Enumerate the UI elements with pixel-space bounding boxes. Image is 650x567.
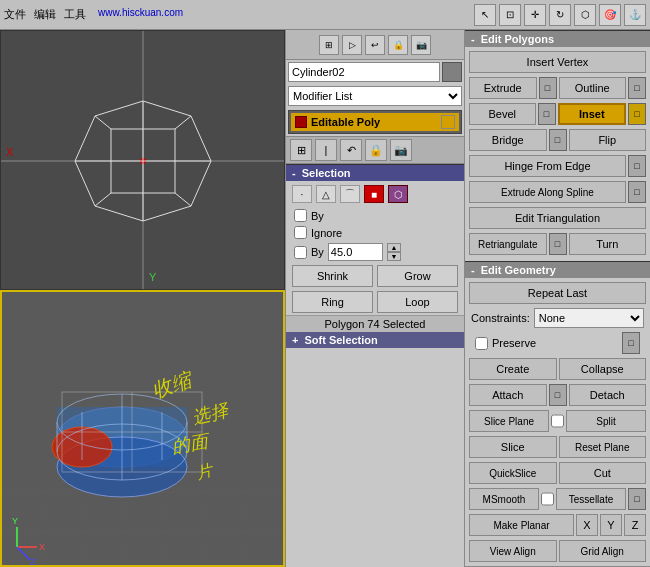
shrink-button[interactable]: Shrink <box>292 265 373 287</box>
outline-settings-btn[interactable]: □ <box>628 77 646 99</box>
nav-icon-1[interactable]: ⊞ <box>319 35 339 55</box>
bridge-btn[interactable]: Bridge <box>469 129 547 151</box>
nav-icon-5[interactable]: 📷 <box>411 35 431 55</box>
ep-title: Edit Polygons <box>481 33 554 45</box>
bevel-btn[interactable]: Bevel <box>469 103 536 125</box>
eg-minus[interactable]: - <box>471 264 475 276</box>
sel-icon-edge[interactable]: △ <box>316 185 336 203</box>
by-value-input[interactable] <box>328 243 383 261</box>
slice-plane-btn[interactable]: Slice Plane <box>469 410 549 432</box>
reset-plane-btn[interactable]: Reset Plane <box>559 436 647 458</box>
url-display: www.hisckuan.com <box>98 7 183 22</box>
y-btn[interactable]: Y <box>600 514 622 536</box>
bridge-settings-btn[interactable]: □ <box>549 129 567 151</box>
modifier-color-swatch[interactable] <box>441 115 455 129</box>
nav-icon-4[interactable]: 🔒 <box>388 35 408 55</box>
section-minus[interactable]: - <box>292 167 296 179</box>
by-value-spinner[interactable]: ▲ ▼ <box>387 243 401 261</box>
outline-btn[interactable]: Outline <box>559 77 627 99</box>
edit-triangulation-btn[interactable]: Edit Triangulation <box>469 207 646 229</box>
attach-settings-btn[interactable]: □ <box>549 384 567 406</box>
split-checkbox[interactable] <box>551 410 564 432</box>
toolbar-icon-ref[interactable]: 🎯 <box>599 4 621 26</box>
bevel-settings-btn[interactable]: □ <box>538 103 556 125</box>
viewport-top[interactable]: X Y <box>0 30 285 290</box>
object-color-swatch[interactable] <box>442 62 462 82</box>
slice-reset-row: Slice Reset Plane <box>467 434 648 460</box>
ignore-checkbox[interactable] <box>294 226 307 239</box>
extrude-spline-btn[interactable]: Extrude Along Spline <box>469 181 626 203</box>
quickslice-btn[interactable]: QuickSlice <box>469 462 557 484</box>
ep-minus[interactable]: - <box>471 33 475 45</box>
soft-expand-icon[interactable]: + <box>292 334 298 346</box>
grow-button[interactable]: Grow <box>377 265 458 287</box>
flip-btn[interactable]: Flip <box>569 129 647 151</box>
tess-settings-btn[interactable]: □ <box>628 488 646 510</box>
vc-btn-5[interactable]: 📷 <box>390 139 412 161</box>
extrude-spline-settings-btn[interactable]: □ <box>628 181 646 203</box>
vc-btn-3[interactable]: ↶ <box>340 139 362 161</box>
toolbar-icon-select[interactable]: ↖ <box>474 4 496 26</box>
soft-selection-bar[interactable]: + Soft Selection <box>286 332 464 348</box>
vc-btn-1[interactable]: ⊞ <box>290 139 312 161</box>
by-checkbox[interactable] <box>294 209 307 222</box>
vc-btn-2[interactable]: | <box>315 139 337 161</box>
ring-button[interactable]: Ring <box>292 291 373 313</box>
sel-icon-element[interactable]: ⬡ <box>388 185 408 203</box>
make-planar-btn[interactable]: Make Planar <box>469 514 574 536</box>
toolbar-icon-select2[interactable]: ⊡ <box>499 4 521 26</box>
repeat-last-btn[interactable]: Repeat Last <box>469 282 646 304</box>
insert-vertex-btn[interactable]: Insert Vertex <box>469 51 646 73</box>
object-name-input[interactable] <box>288 62 440 82</box>
mssmooth-checkbox[interactable] <box>541 488 554 510</box>
menu-item[interactable]: 文件 <box>4 7 26 22</box>
view-align-btn[interactable]: View Align <box>469 540 557 562</box>
retri-settings-btn[interactable]: □ <box>549 233 567 255</box>
sel-icon-vertex[interactable]: · <box>292 185 312 203</box>
sel-icon-poly[interactable]: ■ <box>364 185 384 203</box>
tessellate-btn[interactable]: Tessellate <box>556 488 626 510</box>
hinge-from-edge-btn[interactable]: Hinge From Edge <box>469 155 626 177</box>
x-btn[interactable]: X <box>576 514 598 536</box>
preserve-settings-btn[interactable]: □ <box>622 332 640 354</box>
nav-icon-2[interactable]: ▷ <box>342 35 362 55</box>
align-row: View Align Grid Align <box>467 538 648 564</box>
inset-settings-btn[interactable]: □ <box>628 103 646 125</box>
z-btn[interactable]: Z <box>624 514 646 536</box>
toolbar-icon-move[interactable]: ✛ <box>524 4 546 26</box>
attach-btn[interactable]: Attach <box>469 384 547 406</box>
bevel-inset-row: Bevel □ Inset □ <box>467 101 648 127</box>
menu-item[interactable]: 工具 <box>64 7 86 22</box>
menu-item[interactable]: 编辑 <box>34 7 56 22</box>
constraints-select[interactable]: None Edge Face Normal <box>534 308 644 328</box>
mssmooth-btn[interactable]: MSmooth <box>469 488 539 510</box>
slice-btn[interactable]: Slice <box>469 436 557 458</box>
preserve-checkbox[interactable] <box>475 337 488 350</box>
retriangulate-btn[interactable]: Retriangulate <box>469 233 547 255</box>
detach-btn[interactable]: Detach <box>569 384 647 406</box>
viewport-bottom[interactable]: Perspective <box>0 290 285 567</box>
split-btn[interactable]: Split <box>566 410 646 432</box>
toolbar-icon-snap[interactable]: ⚓ <box>624 4 646 26</box>
cut-btn[interactable]: Cut <box>559 462 647 484</box>
sel-icon-border[interactable]: ⌒ <box>340 185 360 203</box>
edit-polygons-header: - Edit Polygons <box>465 30 650 47</box>
nav-icon-3[interactable]: ↩ <box>365 35 385 55</box>
loop-button[interactable]: Loop <box>377 291 458 313</box>
vc-btn-4[interactable]: 🔒 <box>365 139 387 161</box>
grid-align-btn[interactable]: Grid Align <box>559 540 647 562</box>
spin-up[interactable]: ▲ <box>387 243 401 252</box>
extrude-settings-btn[interactable]: □ <box>539 77 557 99</box>
collapse-btn[interactable]: Collapse <box>559 358 647 380</box>
by-value-checkbox[interactable] <box>294 246 307 259</box>
hinge-settings-btn[interactable]: □ <box>628 155 646 177</box>
inset-btn[interactable]: Inset <box>558 103 627 125</box>
toolbar-icon-rotate[interactable]: ↻ <box>549 4 571 26</box>
modifier-stack-item[interactable]: Editable Poly <box>291 113 459 131</box>
toolbar-icon-scale[interactable]: ⬡ <box>574 4 596 26</box>
create-btn[interactable]: Create <box>469 358 557 380</box>
turn-btn[interactable]: Turn <box>569 233 647 255</box>
spin-down[interactable]: ▼ <box>387 252 401 261</box>
modifier-list-select[interactable]: Modifier List <box>288 86 462 106</box>
extrude-btn[interactable]: Extrude <box>469 77 537 99</box>
